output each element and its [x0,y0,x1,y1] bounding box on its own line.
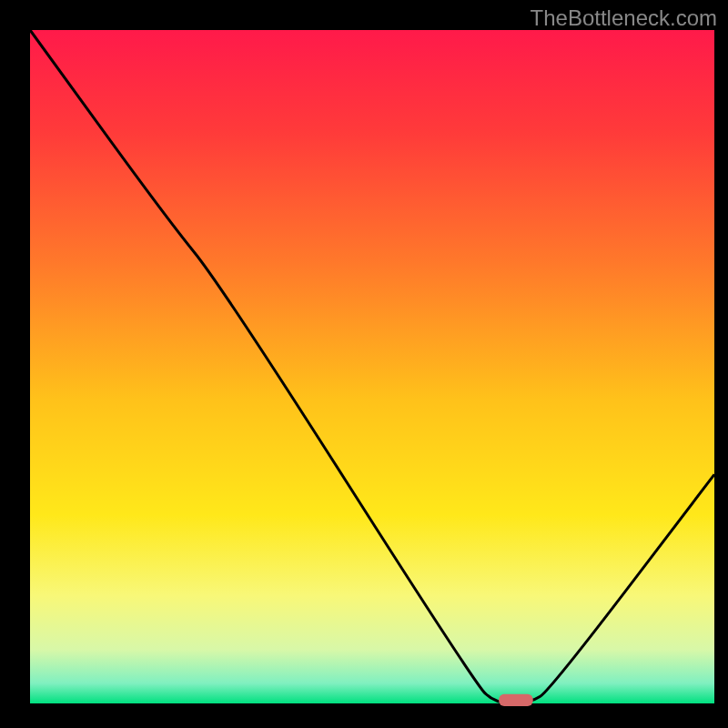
chart-svg [0,0,728,728]
optimal-marker [499,694,533,706]
gradient-background [30,30,714,703]
chart-container [0,0,728,728]
watermark-text: TheBottleneck.com [531,5,717,31]
